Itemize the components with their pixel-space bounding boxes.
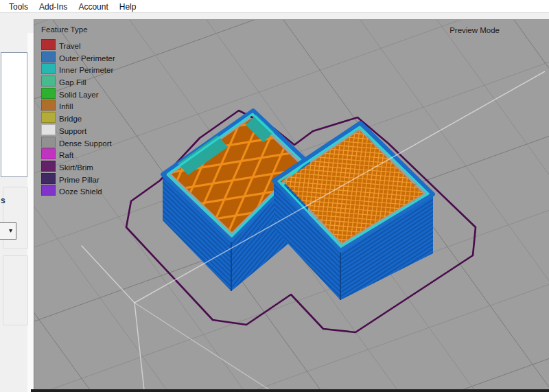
legend-swatch bbox=[41, 63, 56, 74]
legend-title: Feature Type bbox=[41, 25, 88, 34]
legend-item-raft: Raft bbox=[41, 148, 115, 159]
chevron-down-icon: ▾ bbox=[9, 227, 12, 235]
coloring-dropdown[interactable]: ▾ bbox=[0, 222, 16, 240]
legend-item-label: Travel bbox=[59, 41, 81, 51]
legend-swatch bbox=[41, 76, 56, 87]
legend-item-label: Infill bbox=[59, 101, 73, 112]
legend-item-label: Gap Fill bbox=[59, 77, 86, 88]
legend-item-solid-layer: Solid Layer bbox=[41, 88, 115, 99]
legend-swatch bbox=[41, 161, 56, 172]
legend-swatch bbox=[41, 185, 56, 196]
preview-3d-viewport[interactable]: Feature Type Preview Mode TravelOuter Pe… bbox=[34, 19, 549, 392]
legend-swatch bbox=[41, 100, 56, 111]
legend-item-label: Ooze Shield bbox=[59, 186, 102, 197]
legend-item-travel: Travel bbox=[41, 39, 115, 50]
legend-swatch bbox=[41, 148, 56, 159]
panel-label-fragment: s bbox=[1, 196, 5, 205]
legend-swatch bbox=[41, 51, 56, 62]
legend-swatch bbox=[41, 39, 56, 50]
settings-side-panel: s ▾ bbox=[0, 14, 34, 392]
legend-item-ooze-shield: Ooze Shield bbox=[41, 185, 115, 196]
legend-item-bridge: Bridge bbox=[41, 112, 115, 123]
legend-item-gap-fill: Gap Fill bbox=[41, 76, 115, 87]
legend-item-label: Prime Pillar bbox=[59, 174, 100, 185]
menu-bar: ToolsAdd-InsAccountHelp bbox=[0, 0, 549, 13]
menu-item-tools[interactable]: Tools bbox=[3, 1, 34, 13]
legend-item-inner-perimeter: Inner Perimeter bbox=[41, 63, 115, 74]
legend-swatch bbox=[41, 173, 56, 184]
legend-item-skirt-brim: Skirt/Brim bbox=[41, 161, 115, 172]
legend-item-label: Dense Support bbox=[59, 138, 112, 149]
layer-range-group-box bbox=[3, 255, 28, 325]
menu-item-help[interactable]: Help bbox=[114, 1, 142, 13]
menu-item-account[interactable]: Account bbox=[73, 1, 113, 13]
process-list-box[interactable] bbox=[1, 52, 27, 177]
legend-item-label: Skirt/Brim bbox=[59, 162, 93, 173]
legend-swatch bbox=[41, 137, 56, 148]
legend-swatch bbox=[41, 88, 56, 99]
legend-swatch bbox=[41, 112, 56, 123]
legend-item-prime-pillar: Prime Pillar bbox=[41, 173, 115, 184]
menu-item-add-ins[interactable]: Add-Ins bbox=[34, 1, 73, 13]
legend-item-label: Raft bbox=[59, 150, 73, 161]
preview-mode-label: Preview Mode bbox=[449, 26, 500, 34]
viewport-bottom-bar bbox=[31, 389, 549, 392]
legend-item-label: Outer Perimeter bbox=[59, 53, 115, 64]
legend-swatch bbox=[41, 124, 56, 135]
legend-item-label: Inner Perimeter bbox=[59, 65, 113, 76]
legend-item-infill: Infill bbox=[41, 100, 115, 111]
legend-item-label: Solid Layer bbox=[59, 89, 99, 100]
panel-divider bbox=[27, 33, 34, 392]
legend-item-label: Bridge bbox=[59, 113, 82, 124]
feature-type-legend: TravelOuter PerimeterInner PerimeterGap … bbox=[41, 39, 115, 197]
legend-item-support: Support bbox=[41, 124, 115, 135]
options-group-box bbox=[3, 187, 28, 249]
legend-item-outer-perimeter: Outer Perimeter bbox=[41, 51, 115, 62]
legend-item-label: Support bbox=[59, 126, 86, 137]
legend-item-dense-support: Dense Support bbox=[41, 137, 115, 148]
